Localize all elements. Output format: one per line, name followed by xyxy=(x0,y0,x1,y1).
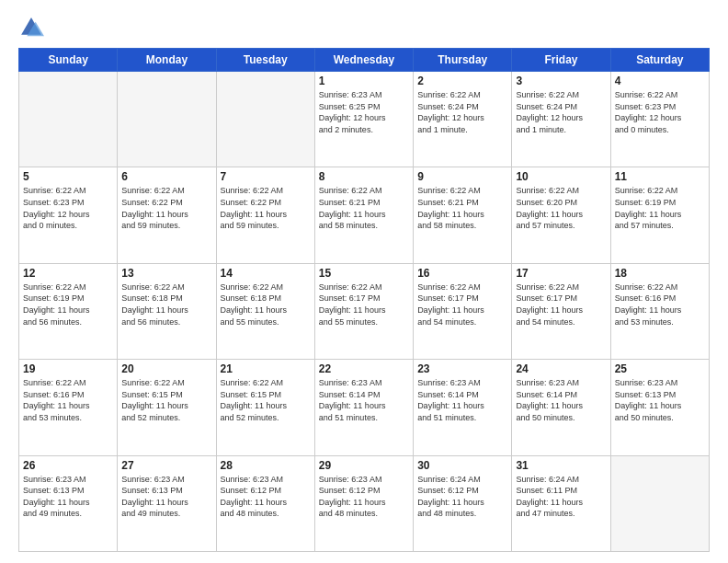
calendar-cell: 3Sunrise: 6:22 AM Sunset: 6:24 PM Daylig… xyxy=(512,72,610,167)
calendar-week-row: 5Sunrise: 6:22 AM Sunset: 6:23 PM Daylig… xyxy=(19,167,710,263)
day-number: 8 xyxy=(319,170,409,183)
day-number: 30 xyxy=(417,459,507,472)
weekday-header-wednesday: Wednesday xyxy=(314,49,413,72)
calendar-cell: 31Sunrise: 6:24 AM Sunset: 6:11 PM Dayli… xyxy=(512,455,610,551)
day-info: Sunrise: 6:22 AM Sunset: 6:20 PM Dayligh… xyxy=(516,185,606,231)
day-info: Sunrise: 6:22 AM Sunset: 6:16 PM Dayligh… xyxy=(23,377,113,423)
day-number: 18 xyxy=(615,267,705,280)
weekday-header-tuesday: Tuesday xyxy=(216,49,314,72)
day-info: Sunrise: 6:22 AM Sunset: 6:17 PM Dayligh… xyxy=(516,282,606,327)
logo-icon xyxy=(18,15,44,40)
day-number: 3 xyxy=(516,75,606,87)
calendar-cell xyxy=(19,72,118,167)
day-number: 16 xyxy=(417,267,507,280)
day-number: 31 xyxy=(516,459,606,472)
day-number: 14 xyxy=(221,267,311,280)
header xyxy=(18,15,710,40)
day-info: Sunrise: 6:24 AM Sunset: 6:11 PM Dayligh… xyxy=(516,474,606,520)
day-number: 24 xyxy=(516,362,606,375)
day-info: Sunrise: 6:23 AM Sunset: 6:13 PM Dayligh… xyxy=(615,377,705,423)
calendar-cell: 5Sunrise: 6:22 AM Sunset: 6:23 PM Daylig… xyxy=(19,167,118,263)
day-info: Sunrise: 6:23 AM Sunset: 6:13 PM Dayligh… xyxy=(23,474,113,520)
calendar-cell: 1Sunrise: 6:23 AM Sunset: 6:25 PM Daylig… xyxy=(314,72,413,167)
day-info: Sunrise: 6:22 AM Sunset: 6:21 PM Dayligh… xyxy=(417,185,507,231)
day-info: Sunrise: 6:22 AM Sunset: 6:19 PM Dayligh… xyxy=(23,282,113,327)
day-info: Sunrise: 6:22 AM Sunset: 6:23 PM Dayligh… xyxy=(23,185,113,231)
day-info: Sunrise: 6:22 AM Sunset: 6:19 PM Dayligh… xyxy=(615,185,705,231)
calendar-cell: 14Sunrise: 6:22 AM Sunset: 6:18 PM Dayli… xyxy=(216,263,314,359)
day-number: 4 xyxy=(615,75,705,87)
calendar-cell: 13Sunrise: 6:22 AM Sunset: 6:18 PM Dayli… xyxy=(118,263,216,359)
calendar-cell: 30Sunrise: 6:24 AM Sunset: 6:12 PM Dayli… xyxy=(414,455,512,551)
day-info: Sunrise: 6:23 AM Sunset: 6:14 PM Dayligh… xyxy=(319,377,409,423)
weekday-header-saturday: Saturday xyxy=(610,49,709,72)
calendar-cell: 24Sunrise: 6:23 AM Sunset: 6:14 PM Dayli… xyxy=(512,360,610,455)
calendar-cell: 11Sunrise: 6:22 AM Sunset: 6:19 PM Dayli… xyxy=(610,167,709,263)
day-info: Sunrise: 6:22 AM Sunset: 6:21 PM Dayligh… xyxy=(319,185,409,231)
calendar-table: SundayMondayTuesdayWednesdayThursdayFrid… xyxy=(18,48,710,552)
calendar-week-row: 1Sunrise: 6:23 AM Sunset: 6:25 PM Daylig… xyxy=(19,72,710,167)
calendar-cell: 21Sunrise: 6:22 AM Sunset: 6:15 PM Dayli… xyxy=(216,360,314,455)
calendar-cell: 16Sunrise: 6:22 AM Sunset: 6:17 PM Dayli… xyxy=(414,263,512,359)
day-info: Sunrise: 6:22 AM Sunset: 6:24 PM Dayligh… xyxy=(516,89,606,135)
day-number: 26 xyxy=(23,459,113,472)
calendar-cell: 8Sunrise: 6:22 AM Sunset: 6:21 PM Daylig… xyxy=(314,167,413,263)
day-number: 2 xyxy=(417,75,507,87)
day-number: 15 xyxy=(319,267,409,280)
day-info: Sunrise: 6:22 AM Sunset: 6:16 PM Dayligh… xyxy=(615,282,705,327)
calendar-cell xyxy=(118,72,216,167)
calendar-cell: 10Sunrise: 6:22 AM Sunset: 6:20 PM Dayli… xyxy=(512,167,610,263)
calendar-cell: 20Sunrise: 6:22 AM Sunset: 6:15 PM Dayli… xyxy=(118,360,216,455)
day-info: Sunrise: 6:22 AM Sunset: 6:17 PM Dayligh… xyxy=(319,282,409,327)
day-number: 10 xyxy=(516,170,606,183)
day-number: 22 xyxy=(319,362,409,375)
day-number: 23 xyxy=(417,362,507,375)
day-info: Sunrise: 6:23 AM Sunset: 6:14 PM Dayligh… xyxy=(516,377,606,423)
calendar-week-row: 26Sunrise: 6:23 AM Sunset: 6:13 PM Dayli… xyxy=(19,455,710,551)
page: SundayMondayTuesdayWednesdayThursdayFrid… xyxy=(0,0,728,563)
calendar-cell: 17Sunrise: 6:22 AM Sunset: 6:17 PM Dayli… xyxy=(512,263,610,359)
day-info: Sunrise: 6:22 AM Sunset: 6:17 PM Dayligh… xyxy=(417,282,507,327)
day-number: 19 xyxy=(23,362,113,375)
day-number: 9 xyxy=(417,170,507,183)
calendar-cell: 22Sunrise: 6:23 AM Sunset: 6:14 PM Dayli… xyxy=(314,360,413,455)
calendar-cell: 23Sunrise: 6:23 AM Sunset: 6:14 PM Dayli… xyxy=(414,360,512,455)
weekday-header-sunday: Sunday xyxy=(19,49,118,72)
calendar-cell: 28Sunrise: 6:23 AM Sunset: 6:12 PM Dayli… xyxy=(216,455,314,551)
calendar-cell: 19Sunrise: 6:22 AM Sunset: 6:16 PM Dayli… xyxy=(19,360,118,455)
calendar-cell: 12Sunrise: 6:22 AM Sunset: 6:19 PM Dayli… xyxy=(19,263,118,359)
calendar-cell: 25Sunrise: 6:23 AM Sunset: 6:13 PM Dayli… xyxy=(610,360,709,455)
calendar-cell: 2Sunrise: 6:22 AM Sunset: 6:24 PM Daylig… xyxy=(414,72,512,167)
day-info: Sunrise: 6:23 AM Sunset: 6:12 PM Dayligh… xyxy=(221,474,311,520)
weekday-header-friday: Friday xyxy=(512,49,610,72)
calendar-cell: 9Sunrise: 6:22 AM Sunset: 6:21 PM Daylig… xyxy=(414,167,512,263)
weekday-header-monday: Monday xyxy=(118,49,216,72)
calendar-cell xyxy=(216,72,314,167)
day-number: 29 xyxy=(319,459,409,472)
calendar-cell: 29Sunrise: 6:23 AM Sunset: 6:12 PM Dayli… xyxy=(314,455,413,551)
calendar-cell: 26Sunrise: 6:23 AM Sunset: 6:13 PM Dayli… xyxy=(19,455,118,551)
calendar-cell: 6Sunrise: 6:22 AM Sunset: 6:22 PM Daylig… xyxy=(118,167,216,263)
day-info: Sunrise: 6:22 AM Sunset: 6:22 PM Dayligh… xyxy=(221,185,311,231)
day-info: Sunrise: 6:22 AM Sunset: 6:22 PM Dayligh… xyxy=(121,185,211,231)
day-info: Sunrise: 6:22 AM Sunset: 6:23 PM Dayligh… xyxy=(615,89,705,135)
weekday-header-row: SundayMondayTuesdayWednesdayThursdayFrid… xyxy=(19,49,710,72)
calendar-week-row: 19Sunrise: 6:22 AM Sunset: 6:16 PM Dayli… xyxy=(19,360,710,455)
day-number: 27 xyxy=(121,459,211,472)
day-number: 7 xyxy=(221,170,311,183)
day-number: 21 xyxy=(221,362,311,375)
calendar-cell: 4Sunrise: 6:22 AM Sunset: 6:23 PM Daylig… xyxy=(610,72,709,167)
day-number: 6 xyxy=(121,170,211,183)
day-info: Sunrise: 6:23 AM Sunset: 6:12 PM Dayligh… xyxy=(319,474,409,520)
day-number: 11 xyxy=(615,170,705,183)
day-number: 28 xyxy=(221,459,311,472)
weekday-header-thursday: Thursday xyxy=(414,49,512,72)
day-info: Sunrise: 6:22 AM Sunset: 6:15 PM Dayligh… xyxy=(221,377,311,423)
day-number: 25 xyxy=(615,362,705,375)
day-number: 1 xyxy=(319,75,409,87)
calendar-cell xyxy=(610,455,709,551)
calendar-cell: 7Sunrise: 6:22 AM Sunset: 6:22 PM Daylig… xyxy=(216,167,314,263)
logo xyxy=(18,15,48,40)
day-info: Sunrise: 6:23 AM Sunset: 6:25 PM Dayligh… xyxy=(319,89,409,135)
day-info: Sunrise: 6:24 AM Sunset: 6:12 PM Dayligh… xyxy=(417,474,507,520)
